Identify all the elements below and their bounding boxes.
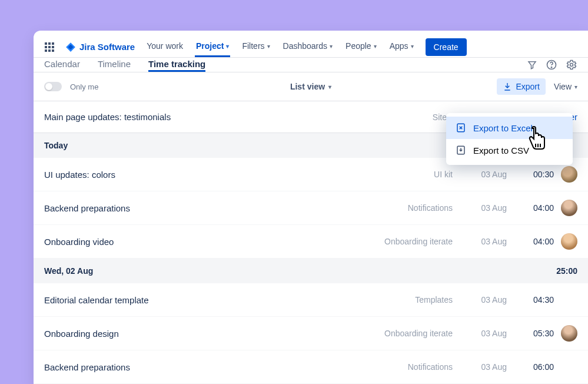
svg-rect-7: [48, 49, 51, 52]
avatar: [561, 292, 577, 308]
tabs-row: Calendar Timeline Time tracking: [34, 58, 588, 72]
nav-dashboards[interactable]: Dashboards▾: [282, 37, 334, 57]
current-title: Main page updates: testimonials: [44, 112, 433, 122]
export-to-csv[interactable]: Export to CSV: [446, 139, 573, 161]
avatar[interactable]: [561, 166, 577, 183]
nav-filters[interactable]: Filters▾: [241, 37, 271, 57]
task-date: 03 Aug: [460, 170, 507, 179]
view-selector[interactable]: View▾: [554, 82, 577, 91]
task-category: Notifications: [364, 203, 453, 213]
help-icon[interactable]: [546, 59, 557, 71]
chevron-down-icon: ▾: [226, 43, 229, 49]
tab-time-tracking[interactable]: Time tracking: [148, 58, 205, 72]
product-logo[interactable]: Jira Software: [65, 42, 135, 52]
svg-rect-5: [52, 46, 54, 48]
create-button[interactable]: Create: [426, 38, 467, 56]
nav-people[interactable]: People▾: [344, 37, 378, 57]
task-title: Editorial calendar template: [44, 295, 357, 305]
group-total: 25:00: [556, 266, 577, 276]
tab-calendar[interactable]: Calendar: [44, 58, 80, 72]
task-time: 04:00: [514, 237, 554, 246]
task-date: 03 Aug: [460, 362, 507, 372]
group-heading: Today: [44, 141, 68, 150]
group-heading: Wed, 02 Aug: [44, 266, 93, 276]
svg-rect-4: [48, 46, 51, 48]
nav-apps[interactable]: Apps▾: [388, 37, 415, 57]
avatar[interactable]: [561, 200, 577, 216]
svg-point-11: [570, 64, 573, 67]
task-date: 03 Aug: [460, 329, 507, 338]
tab-timeline[interactable]: Timeline: [98, 58, 131, 72]
task-title: Backend preparations: [44, 362, 357, 372]
svg-rect-6: [45, 49, 47, 52]
chevron-down-icon: ▾: [328, 84, 331, 90]
svg-rect-1: [48, 42, 51, 45]
task-time: 05:30: [514, 329, 554, 338]
filter-icon[interactable]: [527, 59, 537, 70]
export-to-excel[interactable]: Export to Excel: [446, 117, 573, 139]
task-time: 04:00: [514, 203, 554, 213]
svg-rect-2: [52, 42, 54, 45]
task-category: Onboarding iterate: [364, 237, 453, 246]
avatar[interactable]: [561, 233, 577, 250]
task-row[interactable]: Editorial calendar template Templates 03…: [34, 283, 588, 317]
top-nav: Jira Software Your work Project▾ Filters…: [34, 31, 588, 58]
svg-rect-3: [45, 46, 47, 48]
nav-project[interactable]: Project▾: [195, 37, 230, 57]
task-row[interactable]: Onboarding video Onboarding iterate 03 A…: [34, 225, 588, 259]
svg-rect-0: [45, 42, 47, 45]
settings-icon[interactable]: [566, 59, 577, 71]
chevron-down-icon: ▾: [330, 43, 333, 49]
task-row[interactable]: Backend preparations Notifications 03 Au…: [34, 350, 588, 384]
task-time: 00:30: [514, 170, 554, 179]
avatar[interactable]: [561, 325, 577, 342]
nav-your-work[interactable]: Your work: [145, 37, 184, 57]
task-category: Onboarding iterate: [364, 329, 453, 338]
task-category: UI kit: [364, 170, 453, 179]
chevron-down-icon: ▾: [574, 84, 577, 90]
chevron-down-icon: ▾: [267, 43, 270, 49]
list-view-selector[interactable]: List view▾: [290, 82, 331, 91]
task-date: 03 Aug: [460, 237, 507, 246]
toolbar: Only me List view▾ Export View▾: [34, 72, 588, 101]
group-header: Wed, 02 Aug 25:00: [34, 259, 588, 283]
task-time: 04:30: [514, 295, 554, 304]
task-title: Onboarding design: [44, 329, 357, 339]
export-button[interactable]: Export: [497, 78, 545, 95]
task-title: Backend preparations: [44, 203, 357, 213]
product-name: Jira Software: [79, 42, 135, 52]
task-row[interactable]: Onboarding design Onboarding iterate 03 …: [34, 317, 588, 350]
export-excel-icon: [456, 123, 466, 133]
avatar: [561, 359, 577, 375]
task-row[interactable]: Backend preparations Notifications 03 Au…: [34, 191, 588, 225]
export-menu: Export to Excel Export to CSV: [446, 113, 573, 165]
task-category: Notifications: [364, 362, 453, 372]
task-date: 03 Aug: [460, 203, 507, 213]
only-me-toggle[interactable]: [44, 82, 62, 91]
export-csv-icon: [456, 145, 466, 155]
task-time: 06:00: [514, 362, 554, 372]
task-title: Onboarding video: [44, 237, 357, 247]
task-title: UI updates: colors: [44, 170, 357, 180]
task-date: 03 Aug: [460, 295, 507, 304]
app-switcher-icon[interactable]: [44, 42, 55, 52]
only-me-label: Only me: [70, 82, 98, 91]
chevron-down-icon: ▾: [374, 43, 377, 49]
svg-point-10: [551, 67, 552, 68]
task-category: Templates: [364, 295, 453, 304]
chevron-down-icon: ▾: [411, 43, 414, 49]
svg-rect-8: [52, 49, 54, 52]
